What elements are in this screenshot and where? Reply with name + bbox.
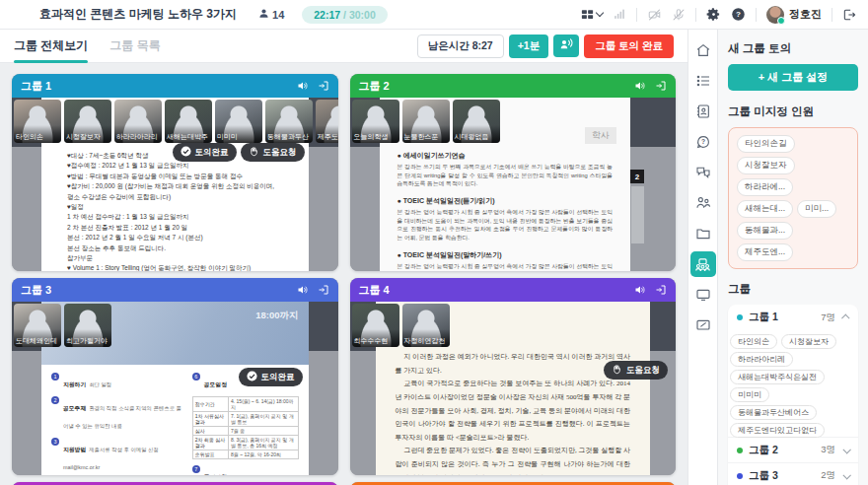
- tab-group-list[interactable]: 그룹 목록: [109, 30, 160, 63]
- doc-item: 7문의사항: [192, 465, 299, 475]
- broadcast-icon: [559, 37, 573, 54]
- group-card-header: 그룹 1: [12, 74, 338, 98]
- group-list-title: 그룹: [728, 282, 858, 297]
- doc-line: 본선 장소는 추후 통보해 드립니다.: [67, 243, 295, 253]
- unassigned-member-chip[interactable]: 제주도엔...: [737, 243, 793, 261]
- finish-discussion-button[interactable]: 그룹 토의 완료: [584, 35, 674, 58]
- video-thumbnail[interactable]: 제주도엔다: [316, 100, 338, 143]
- member-chip[interactable]: 새해는대박주식은실전: [730, 370, 825, 384]
- video-thumbnail[interactable]: 미미미: [215, 100, 262, 143]
- participant-name: 미미미: [215, 125, 262, 143]
- video-thumbnail[interactable]: 눈물한스푼: [402, 100, 450, 143]
- unassigned-member-chip[interactable]: 타인의손길: [737, 135, 795, 153]
- screen-share-icon[interactable]: [690, 282, 716, 308]
- join-group-icon[interactable]: [318, 80, 329, 92]
- group-member-count: 7명: [821, 312, 835, 324]
- table-cell: 심사: [192, 427, 228, 436]
- group-card: 그룹 4지 이러한 과정은 예외가 아니었다. 우리 대한민국 역시 이러한 과…: [350, 278, 677, 475]
- group-card: 그룹 2● 에세이일기쓰기연습본 강좌는 쓰기의 두 번째 과목으로서 기초에서…: [350, 74, 677, 271]
- attendee-book-icon[interactable]: [690, 99, 716, 124]
- panel-title: 새 그룹 토의: [728, 41, 858, 56]
- status-badges: 토의완료도움요청: [173, 143, 305, 162]
- item-text: 지원방법제출서류 작성 후 이메일 신청 mail@kmc.or.kr: [63, 438, 182, 473]
- table-cell: 2차 최종 심사 결과: [192, 436, 228, 450]
- doc-item: 1지원하기최단 일정: [51, 373, 182, 390]
- participant-name: 제주도엔다: [316, 125, 338, 143]
- new-group-button[interactable]: + 새 그룹 설정: [728, 64, 858, 91]
- group-grid: 그룹 1♥대상 : 7세~초등 6학년 학생♥접수예정 : 2012 년 1 월…: [0, 63, 687, 485]
- chevron-down-icon[interactable]: [842, 446, 850, 453]
- logout-icon[interactable]: [842, 8, 856, 22]
- video-thumbnail[interactable]: 하라라아라리: [114, 100, 162, 143]
- video-thumbnail[interactable]: 최고가될거야: [64, 304, 111, 347]
- group-discussion-icon[interactable]: [690, 251, 716, 277]
- mic-off-icon[interactable]: [672, 8, 686, 22]
- participants-icon: [258, 8, 269, 21]
- join-group-icon[interactable]: [655, 284, 667, 296]
- item-desc: 최단 일정: [89, 381, 111, 387]
- video-thumbnail[interactable]: 도대체왜인데: [14, 304, 61, 347]
- group-row[interactable]: 그룹 17명: [728, 305, 858, 330]
- user-menu[interactable]: 정호진: [766, 6, 822, 24]
- video-thumbnail[interactable]: 오늘의학생: [352, 100, 399, 143]
- doc-line: 본선 : 2012 년 2 월 1 일 수요일 저녁 7 시 (본선): [67, 233, 295, 242]
- add-one-minute-button[interactable]: +1분: [509, 35, 548, 58]
- video-thumbnail[interactable]: 시청잘보자: [64, 100, 111, 143]
- settings-gear-icon[interactable]: [706, 7, 721, 22]
- unassigned-member-chip[interactable]: 시청잘보자: [737, 157, 795, 174]
- group-header-icons: [297, 284, 329, 296]
- video-thumbnail[interactable]: 시대왕없음: [453, 100, 500, 143]
- unassigned-member-chip[interactable]: 하라라에...: [737, 178, 793, 196]
- signal-icon[interactable]: [613, 8, 626, 21]
- agenda-list-icon[interactable]: [690, 68, 716, 94]
- member-chip[interactable]: 타인의손: [730, 334, 777, 349]
- video-thumbnail[interactable]: 새해는대박주: [165, 100, 212, 143]
- video-thumbnail[interactable]: 최수수수현: [352, 304, 399, 347]
- files-folder-icon[interactable]: [690, 221, 716, 246]
- join-group-icon[interactable]: [655, 80, 667, 92]
- chat-icon[interactable]: [690, 160, 716, 185]
- participants-group-icon[interactable]: [690, 190, 716, 216]
- speaker-icon[interactable]: [297, 284, 309, 296]
- whiteboard-icon[interactable]: [690, 312, 716, 338]
- video-thumbnail[interactable]: 자청히연감천: [402, 304, 450, 347]
- group-row[interactable]: 그룹 23명: [728, 437, 858, 462]
- unassigned-member-chip[interactable]: 새해는대...: [737, 200, 793, 218]
- video-thumbnail[interactable]: 타인의손: [14, 100, 61, 143]
- help-icon[interactable]: ?: [731, 7, 746, 22]
- raised-hand-icon: [612, 364, 622, 377]
- speaker-icon[interactable]: [297, 80, 309, 92]
- speaker-icon[interactable]: [634, 284, 646, 296]
- avatar: [766, 6, 784, 24]
- chevron-down-icon[interactable]: [842, 471, 850, 479]
- home-icon[interactable]: [690, 37, 716, 63]
- group-title: 그룹 1: [21, 79, 51, 94]
- speaker-icon[interactable]: [634, 80, 646, 92]
- unassigned-member-chip[interactable]: 미미...: [797, 200, 836, 218]
- table-cell: 7월 중: [229, 427, 298, 436]
- member-chip[interactable]: 제주도엔다있고다없다: [730, 423, 825, 438]
- tab-group-overview[interactable]: 그룹 전체보기: [14, 30, 88, 63]
- broadcast-button[interactable]: [553, 35, 579, 57]
- chevron-up-icon[interactable]: [841, 313, 849, 321]
- group-card: 그룹 318:00까지1지원하기최단 일정2공모주제환경의 직접 소식을 지역의…: [12, 278, 338, 475]
- member-chip[interactable]: 시청잘보자: [781, 334, 836, 349]
- unassigned-member-chip[interactable]: 동해물과...: [737, 222, 793, 240]
- join-group-icon[interactable]: [318, 284, 329, 296]
- camera-off-icon[interactable]: [647, 8, 662, 22]
- video-thumbnail[interactable]: 동해물과두산: [265, 100, 313, 143]
- participant-name: 오늘의학생: [352, 125, 399, 143]
- layout-grid-icon[interactable]: [580, 7, 603, 22]
- doc-section-title: ● TOEIC 분석일일전(듣기/읽기): [398, 196, 614, 206]
- table-cell: 8. 3(금), 홈페이지 공지 및 개별 통보, 총 16회 예정: [229, 436, 298, 450]
- group-card-header: 그룹 2: [350, 74, 677, 98]
- group-row[interactable]: 그룹 32명: [728, 462, 858, 485]
- qna-icon[interactable]: ?: [690, 129, 716, 155]
- member-chip[interactable]: 미미미: [730, 387, 769, 402]
- member-chip[interactable]: 하라라아리레: [730, 352, 793, 367]
- member-chip[interactable]: 동해물과두산베어스: [730, 405, 817, 420]
- time-left-box: 남은시간 8:27: [417, 35, 504, 58]
- group-member-count: 2명: [821, 469, 835, 482]
- doc-left-column: 1지원하기최단 일정2공모주제환경의 직접 소식을 지역의 콘텐츠로 풀어낼 수…: [51, 373, 182, 467]
- table-cell: 순위발표: [192, 450, 228, 459]
